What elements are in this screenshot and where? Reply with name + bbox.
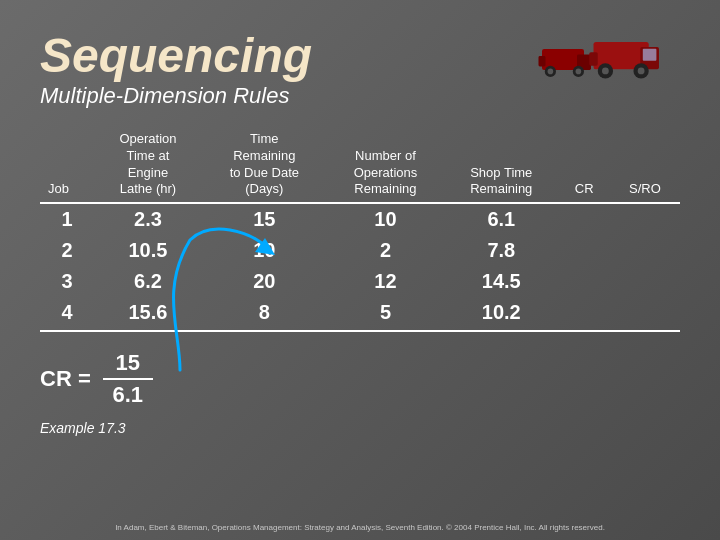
footer-text: In Adam, Ebert & Biteman, Operations Man… <box>40 523 680 532</box>
op-time-4: 15.6 <box>94 297 201 331</box>
col-job-header: Job <box>40 129 94 204</box>
example-label: Example 17.3 <box>40 420 680 436</box>
cr-numerator: 15 <box>103 350 153 380</box>
table-row: 1 2.3 15 10 6.1 <box>40 203 680 235</box>
time-remaining-3: 20 <box>202 266 327 297</box>
num-ops-4: 5 <box>327 297 444 331</box>
cr-formula-section: CR = 15 6.1 <box>40 350 680 408</box>
num-ops-1: 10 <box>327 203 444 235</box>
op-time-1: 2.3 <box>94 203 201 235</box>
table-header-row: Job OperationTime atEngineLathe (hr) Tim… <box>40 129 680 204</box>
op-time-3: 6.2 <box>94 266 201 297</box>
num-ops-3: 12 <box>327 266 444 297</box>
time-remaining-1: 15 <box>202 203 327 235</box>
job-2: 2 <box>40 235 94 266</box>
cr-1 <box>559 203 610 235</box>
svg-point-3 <box>548 69 554 75</box>
sro-1 <box>610 203 680 235</box>
time-remaining-2: 10 <box>202 235 327 266</box>
cr-4 <box>559 297 610 331</box>
op-time-2: 10.5 <box>94 235 201 266</box>
col-sro-header: S/RO <box>610 129 680 204</box>
svg-rect-6 <box>539 56 546 67</box>
page-container: Sequencing Multiple-Dimension Rules Job … <box>0 0 720 540</box>
col-cr-header: CR <box>559 129 610 204</box>
svg-point-11 <box>602 68 609 75</box>
job-1: 1 <box>40 203 94 235</box>
shop-time-3: 14.5 <box>444 266 559 297</box>
sro-3 <box>610 266 680 297</box>
svg-rect-14 <box>589 52 598 66</box>
cr-2 <box>559 235 610 266</box>
col-num-ops-header: Number of OperationsRemaining <box>327 129 444 204</box>
job-3: 3 <box>40 266 94 297</box>
svg-rect-9 <box>643 49 657 61</box>
truck-decoration <box>530 20 690 100</box>
col-op-time-header: OperationTime atEngineLathe (hr) <box>94 129 201 204</box>
cr-denominator: 6.1 <box>104 380 151 408</box>
sro-2 <box>610 235 680 266</box>
sro-4 <box>610 297 680 331</box>
shop-time-2: 7.8 <box>444 235 559 266</box>
sequencing-table: Job OperationTime atEngineLathe (hr) Tim… <box>40 129 680 333</box>
svg-point-5 <box>576 69 582 75</box>
cr-3 <box>559 266 610 297</box>
svg-point-13 <box>638 68 645 75</box>
table-row: 3 6.2 20 12 14.5 <box>40 266 680 297</box>
cr-fraction: 15 6.1 <box>103 350 153 408</box>
data-table-container: Job OperationTime atEngineLathe (hr) Tim… <box>40 129 680 333</box>
shop-time-1: 6.1 <box>444 203 559 235</box>
cr-label: CR = <box>40 366 91 392</box>
col-time-remaining-header: TimeRemainingto Due Date(Days) <box>202 129 327 204</box>
table-row: 2 10.5 10 2 7.8 <box>40 235 680 266</box>
time-remaining-4: 8 <box>202 297 327 331</box>
num-ops-2: 2 <box>327 235 444 266</box>
table-row: 4 15.6 8 5 10.2 <box>40 297 680 331</box>
job-4: 4 <box>40 297 94 331</box>
col-shop-time-header: Shop Time Remaining <box>444 129 559 204</box>
cr-formula: CR = 15 6.1 <box>40 350 680 408</box>
shop-time-4: 10.2 <box>444 297 559 331</box>
